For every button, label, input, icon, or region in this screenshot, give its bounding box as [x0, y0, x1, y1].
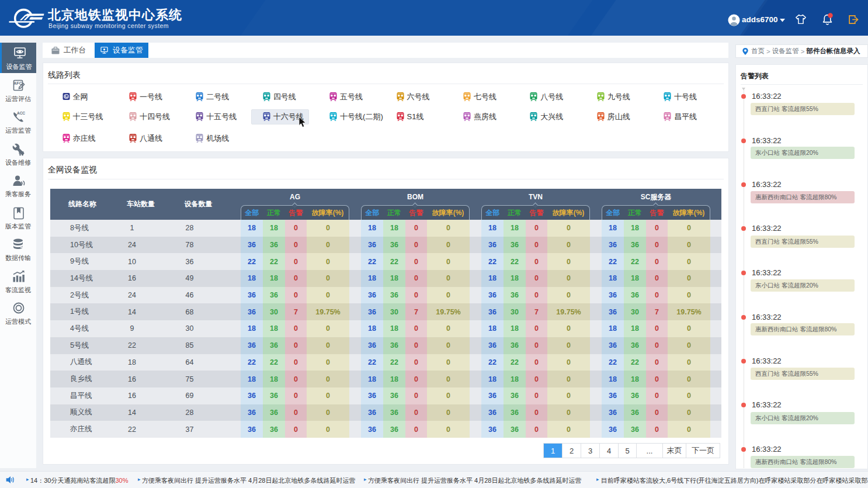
svg-text:AFC: AFC — [13, 81, 22, 85]
svg-text:ACC: ACC — [17, 111, 25, 115]
